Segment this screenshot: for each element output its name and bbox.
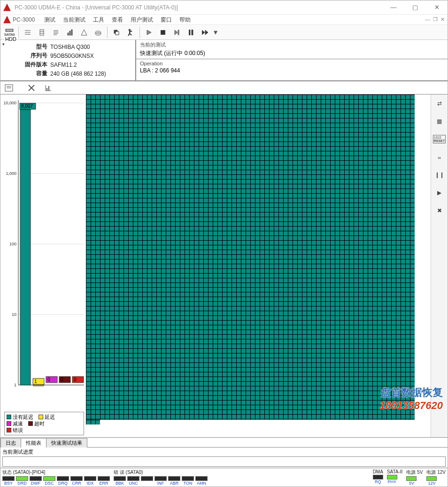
pin-icon[interactable]: ⏛ bbox=[433, 151, 446, 163]
reset-icon[interactable]: 1010RESET bbox=[433, 133, 446, 145]
menu-查看[interactable]: 查看 bbox=[108, 15, 127, 25]
pause-button[interactable] bbox=[184, 26, 198, 39]
led-TON bbox=[182, 476, 194, 481]
toolbar-btn-6[interactable] bbox=[91, 26, 105, 39]
pause-icon[interactable]: ❙❙ bbox=[433, 169, 446, 181]
legend-swatch bbox=[7, 415, 11, 419]
led-5V bbox=[406, 476, 417, 481]
svg-rect-34 bbox=[192, 30, 193, 35]
mdi-restore-icon[interactable]: ❐ bbox=[433, 16, 438, 23]
play-icon[interactable]: ▶ bbox=[433, 187, 446, 199]
menu-帮助[interactable]: 帮助 bbox=[176, 15, 194, 25]
app-icon bbox=[3, 4, 11, 11]
led-BSY bbox=[2, 476, 15, 481]
toolbar-btn-4[interactable] bbox=[63, 26, 77, 39]
toolbar-btn-1[interactable] bbox=[21, 26, 35, 39]
maximize-button[interactable]: ▢ bbox=[404, 0, 426, 15]
status-group-title: 错 误 (SATA0) bbox=[114, 469, 208, 476]
toolbar-btn-3[interactable] bbox=[49, 26, 63, 39]
hdd-value: SAFM11.2 bbox=[50, 61, 106, 69]
app-icon-small bbox=[3, 16, 11, 24]
svg-line-27 bbox=[130, 33, 131, 35]
led-label: PHY bbox=[387, 479, 397, 484]
svg-rect-16 bbox=[68, 33, 69, 35]
toolbar-btn-copy[interactable] bbox=[109, 26, 124, 39]
step-button[interactable] bbox=[170, 26, 184, 39]
led-label: ERR bbox=[98, 481, 110, 486]
current-test-title: 当前的测试 bbox=[140, 41, 444, 48]
led-label: DSC bbox=[43, 481, 55, 486]
menu-测试[interactable]: 测试 bbox=[40, 15, 59, 25]
menu-窗口[interactable]: 窗口 bbox=[157, 15, 176, 25]
hdd-value: 95OB50G0KNSX bbox=[50, 52, 106, 60]
toolbar-btn-5[interactable] bbox=[77, 26, 91, 39]
toolbar-btn-2[interactable] bbox=[35, 26, 49, 39]
svg-marker-19 bbox=[81, 30, 87, 35]
tab-0[interactable]: 日志 bbox=[0, 438, 21, 448]
svg-rect-33 bbox=[189, 30, 190, 35]
led-RQ bbox=[373, 475, 383, 479]
status-group-title: DMA bbox=[373, 469, 383, 474]
led-label: TON bbox=[182, 481, 194, 486]
tools-icon[interactable] bbox=[26, 83, 37, 93]
led-AMN bbox=[195, 476, 208, 481]
collapse-icon[interactable]: ▾ bbox=[2, 42, 5, 47]
menu-用户测试[interactable]: 用户测试 bbox=[127, 15, 157, 25]
led-CRR bbox=[70, 476, 83, 481]
tab-1[interactable]: 性能表 bbox=[21, 438, 46, 448]
current-test-line: 快速测试 (运行中 0:00:05) bbox=[140, 49, 444, 57]
menu-当前测试[interactable]: 当前测试 bbox=[59, 15, 89, 25]
legend-label: 超时 bbox=[34, 420, 45, 427]
stop-button[interactable] bbox=[156, 26, 170, 39]
dropdown-icon[interactable]: ▾ bbox=[212, 26, 219, 39]
led-INF bbox=[154, 476, 167, 481]
play-button[interactable] bbox=[142, 26, 156, 39]
right-toolbar: ⇄▦1010RESET⏛❙❙▶✖ bbox=[431, 94, 448, 437]
menu-工具[interactable]: 工具 bbox=[89, 15, 108, 25]
close-button[interactable]: ✕ bbox=[426, 0, 448, 15]
led-BBK bbox=[114, 476, 126, 481]
main-area: 1101001,00010,0008,0071000 没有延迟延迟减速超时错误 … bbox=[0, 94, 448, 437]
minimize-button[interactable]: — bbox=[383, 0, 404, 15]
latency-chart: 1101001,00010,0008,0071000 bbox=[0, 94, 86, 411]
tab-2[interactable]: 快速测试结果 bbox=[46, 438, 87, 448]
progress-area: 当前测试进度 bbox=[0, 448, 448, 468]
led-label: CRR bbox=[70, 481, 83, 486]
svg-text:0: 0 bbox=[74, 377, 77, 382]
bar-0 bbox=[20, 110, 31, 385]
legend-label: 减速 bbox=[13, 420, 23, 427]
status-group-title: 电源 12V bbox=[426, 469, 446, 476]
toolbar: SATA0 ▾ bbox=[0, 25, 448, 40]
grid-icon[interactable]: ▦ bbox=[433, 115, 446, 127]
led-DRD bbox=[16, 476, 28, 481]
titlebar: PC-3000 UDMA-E - China - [Universal PC-3… bbox=[0, 0, 448, 15]
hdd-label: 序列号 bbox=[25, 52, 49, 60]
led-label: RQ bbox=[373, 479, 383, 484]
svg-point-24 bbox=[129, 29, 131, 31]
mdi-minimize-icon[interactable]: — bbox=[425, 16, 430, 23]
led-label: BBK bbox=[114, 481, 126, 486]
svg-marker-35 bbox=[202, 30, 205, 35]
swap-icon[interactable]: ⇄ bbox=[433, 97, 446, 110]
legend-swatch bbox=[7, 428, 11, 432]
svg-text:1,000: 1,000 bbox=[6, 171, 16, 176]
toolbar-btn-run[interactable] bbox=[124, 26, 138, 39]
led-label bbox=[141, 481, 153, 486]
hdd-value: TOSHIBA Q300 bbox=[50, 43, 106, 51]
svg-text:100: 100 bbox=[9, 242, 16, 246]
notes-icon[interactable] bbox=[3, 83, 15, 93]
hdd-value: 240 GB (468 862 128) bbox=[50, 70, 106, 78]
legend-label: 没有延迟 bbox=[13, 414, 33, 420]
svg-text:0: 0 bbox=[47, 377, 50, 382]
chart-icon[interactable] bbox=[43, 83, 54, 93]
mdi-close-icon[interactable]: ✕ bbox=[440, 16, 445, 23]
operation-line: LBA : 2 066 944 bbox=[140, 67, 444, 74]
led-label: ABR bbox=[168, 481, 180, 486]
tools-icon[interactable]: ✖ bbox=[433, 204, 446, 217]
led-label: AMN bbox=[195, 481, 208, 486]
bar-1 bbox=[33, 385, 44, 386]
led-label: 5V bbox=[406, 481, 417, 486]
hdd-panel: ▾ HDD 型号TOSHIBA Q300序列号95OB50G0KNSX固件版本S… bbox=[0, 40, 136, 81]
fastfwd-button[interactable] bbox=[198, 26, 212, 39]
svg-text:1: 1 bbox=[14, 383, 16, 387]
